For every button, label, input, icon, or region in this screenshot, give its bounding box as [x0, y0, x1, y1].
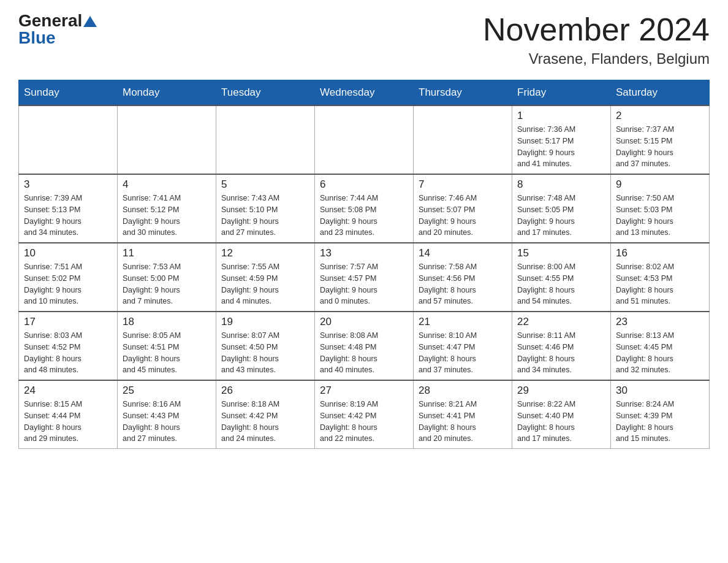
day-number: 28: [419, 385, 507, 397]
calendar-week-row: 10Sunrise: 7:51 AMSunset: 5:02 PMDayligh…: [19, 243, 710, 312]
day-number: 2: [616, 110, 704, 122]
calendar-cell: 27Sunrise: 8:19 AMSunset: 4:42 PMDayligh…: [315, 380, 414, 449]
calendar-cell: 2Sunrise: 7:37 AMSunset: 5:15 PMDaylight…: [611, 105, 710, 174]
day-number: 9: [616, 178, 704, 191]
day-info: Sunrise: 7:44 AMSunset: 5:08 PMDaylight:…: [320, 193, 408, 239]
calendar-cell: 19Sunrise: 8:07 AMSunset: 4:50 PMDayligh…: [216, 312, 315, 380]
calendar-cell: 9Sunrise: 7:50 AMSunset: 5:03 PMDaylight…: [611, 174, 710, 243]
calendar-cell: 30Sunrise: 8:24 AMSunset: 4:39 PMDayligh…: [611, 380, 710, 449]
day-number: 18: [123, 316, 211, 328]
day-info: Sunrise: 7:39 AMSunset: 5:13 PMDaylight:…: [24, 193, 112, 239]
calendar-cell: [216, 105, 315, 174]
day-number: 20: [320, 316, 408, 328]
day-info: Sunrise: 8:05 AMSunset: 4:51 PMDaylight:…: [123, 330, 211, 376]
column-header-friday: Friday: [512, 80, 611, 106]
day-info: Sunrise: 7:46 AMSunset: 5:07 PMDaylight:…: [419, 193, 507, 239]
calendar-cell: 12Sunrise: 7:55 AMSunset: 4:59 PMDayligh…: [216, 243, 315, 312]
day-info: Sunrise: 8:13 AMSunset: 4:45 PMDaylight:…: [616, 330, 704, 376]
calendar-table: SundayMondayTuesdayWednesdayThursdayFrid…: [18, 80, 710, 449]
calendar-cell: 6Sunrise: 7:44 AMSunset: 5:08 PMDaylight…: [315, 174, 414, 243]
location: Vrasene, Flanders, Belgium: [483, 50, 710, 67]
column-header-tuesday: Tuesday: [216, 80, 315, 106]
day-number: 14: [419, 247, 507, 259]
calendar-cell: 15Sunrise: 8:00 AMSunset: 4:55 PMDayligh…: [512, 243, 611, 312]
day-number: 3: [24, 178, 112, 191]
day-info: Sunrise: 8:22 AMSunset: 4:40 PMDaylight:…: [517, 399, 605, 445]
day-info: Sunrise: 8:21 AMSunset: 4:41 PMDaylight:…: [419, 399, 507, 445]
day-info: Sunrise: 7:50 AMSunset: 5:03 PMDaylight:…: [616, 193, 704, 239]
calendar-cell: 16Sunrise: 8:02 AMSunset: 4:53 PMDayligh…: [611, 243, 710, 312]
logo: General Blue: [18, 12, 97, 47]
calendar-cell: 24Sunrise: 8:15 AMSunset: 4:44 PMDayligh…: [19, 380, 118, 449]
day-number: 16: [616, 247, 704, 259]
calendar-cell: 13Sunrise: 7:57 AMSunset: 4:57 PMDayligh…: [315, 243, 414, 312]
column-header-monday: Monday: [118, 80, 216, 106]
day-number: 11: [123, 247, 211, 259]
logo-blue: Blue: [18, 29, 56, 47]
column-header-saturday: Saturday: [611, 80, 710, 106]
day-number: 10: [24, 247, 112, 259]
day-info: Sunrise: 7:53 AMSunset: 5:00 PMDaylight:…: [123, 261, 211, 307]
day-number: 22: [517, 316, 605, 328]
calendar-cell: 11Sunrise: 7:53 AMSunset: 5:00 PMDayligh…: [118, 243, 216, 312]
day-number: 27: [320, 385, 408, 397]
calendar-cell: 22Sunrise: 8:11 AMSunset: 4:46 PMDayligh…: [512, 312, 611, 380]
column-header-thursday: Thursday: [414, 80, 512, 106]
day-info: Sunrise: 8:24 AMSunset: 4:39 PMDaylight:…: [616, 399, 704, 445]
day-info: Sunrise: 8:02 AMSunset: 4:53 PMDaylight:…: [616, 261, 704, 307]
calendar-cell: 10Sunrise: 7:51 AMSunset: 5:02 PMDayligh…: [19, 243, 118, 312]
day-info: Sunrise: 8:00 AMSunset: 4:55 PMDaylight:…: [517, 261, 605, 307]
calendar-cell: 29Sunrise: 8:22 AMSunset: 4:40 PMDayligh…: [512, 380, 611, 449]
calendar-cell: [414, 105, 512, 174]
calendar-cell: 4Sunrise: 7:41 AMSunset: 5:12 PMDaylight…: [118, 174, 216, 243]
calendar-cell: [315, 105, 414, 174]
calendar-cell: 17Sunrise: 8:03 AMSunset: 4:52 PMDayligh…: [19, 312, 118, 380]
calendar-cell: [118, 105, 216, 174]
day-number: 21: [419, 316, 507, 328]
day-info: Sunrise: 7:58 AMSunset: 4:56 PMDaylight:…: [419, 261, 507, 307]
day-info: Sunrise: 8:16 AMSunset: 4:43 PMDaylight:…: [123, 399, 211, 445]
column-header-wednesday: Wednesday: [315, 80, 414, 106]
calendar-cell: 25Sunrise: 8:16 AMSunset: 4:43 PMDayligh…: [118, 380, 216, 449]
day-number: 15: [517, 247, 605, 259]
month-title: November 2024: [483, 12, 710, 47]
day-number: 19: [221, 316, 309, 328]
calendar-cell: 26Sunrise: 8:18 AMSunset: 4:42 PMDayligh…: [216, 380, 315, 449]
day-info: Sunrise: 7:43 AMSunset: 5:10 PMDaylight:…: [221, 193, 309, 239]
day-info: Sunrise: 8:03 AMSunset: 4:52 PMDaylight:…: [24, 330, 112, 376]
calendar-cell: 8Sunrise: 7:48 AMSunset: 5:05 PMDaylight…: [512, 174, 611, 243]
logo-general: General: [18, 12, 82, 29]
day-number: 29: [517, 385, 605, 397]
calendar-cell: 3Sunrise: 7:39 AMSunset: 5:13 PMDaylight…: [19, 174, 118, 243]
day-info: Sunrise: 7:51 AMSunset: 5:02 PMDaylight:…: [24, 261, 112, 307]
day-number: 13: [320, 247, 408, 259]
calendar-cell: 20Sunrise: 8:08 AMSunset: 4:48 PMDayligh…: [315, 312, 414, 380]
day-info: Sunrise: 7:55 AMSunset: 4:59 PMDaylight:…: [221, 261, 309, 307]
day-number: 30: [616, 385, 704, 397]
page-header: General Blue November 2024 Vrasene, Flan…: [18, 12, 710, 67]
day-number: 4: [123, 178, 211, 191]
calendar-cell: 18Sunrise: 8:05 AMSunset: 4:51 PMDayligh…: [118, 312, 216, 380]
title-area: November 2024 Vrasene, Flanders, Belgium: [483, 12, 710, 67]
day-info: Sunrise: 8:15 AMSunset: 4:44 PMDaylight:…: [24, 399, 112, 445]
day-number: 6: [320, 178, 408, 191]
calendar-week-row: 17Sunrise: 8:03 AMSunset: 4:52 PMDayligh…: [19, 312, 710, 380]
day-number: 5: [221, 178, 309, 191]
day-info: Sunrise: 8:19 AMSunset: 4:42 PMDaylight:…: [320, 399, 408, 445]
day-number: 17: [24, 316, 112, 328]
calendar-cell: 14Sunrise: 7:58 AMSunset: 4:56 PMDayligh…: [414, 243, 512, 312]
day-number: 7: [419, 178, 507, 191]
day-info: Sunrise: 7:36 AMSunset: 5:17 PMDaylight:…: [517, 124, 605, 170]
calendar-cell: 28Sunrise: 8:21 AMSunset: 4:41 PMDayligh…: [414, 380, 512, 449]
calendar-cell: 21Sunrise: 8:10 AMSunset: 4:47 PMDayligh…: [414, 312, 512, 380]
day-info: Sunrise: 8:10 AMSunset: 4:47 PMDaylight:…: [419, 330, 507, 376]
calendar-week-row: 3Sunrise: 7:39 AMSunset: 5:13 PMDaylight…: [19, 174, 710, 243]
day-number: 12: [221, 247, 309, 259]
day-info: Sunrise: 8:07 AMSunset: 4:50 PMDaylight:…: [221, 330, 309, 376]
day-info: Sunrise: 8:18 AMSunset: 4:42 PMDaylight:…: [221, 399, 309, 445]
calendar-week-row: 24Sunrise: 8:15 AMSunset: 4:44 PMDayligh…: [19, 380, 710, 449]
day-number: 24: [24, 385, 112, 397]
day-info: Sunrise: 8:11 AMSunset: 4:46 PMDaylight:…: [517, 330, 605, 376]
calendar-cell: 23Sunrise: 8:13 AMSunset: 4:45 PMDayligh…: [611, 312, 710, 380]
day-info: Sunrise: 7:57 AMSunset: 4:57 PMDaylight:…: [320, 261, 408, 307]
